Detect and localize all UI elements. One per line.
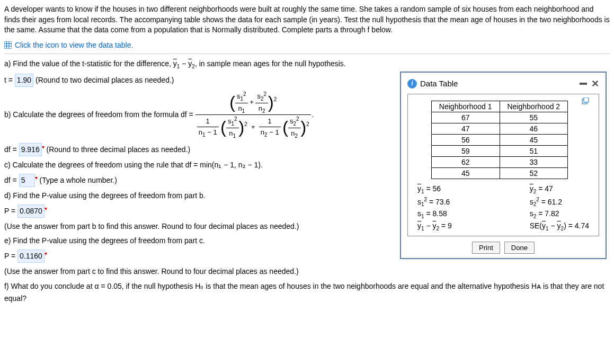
minimize-icon[interactable] [580, 83, 587, 85]
df-formula: (s12n1 + s22n2)2 1n1 − 1 (s12n1)2 + 1n2 … [195, 90, 314, 140]
table-header: Neighborhood 2 [500, 101, 568, 112]
table-icon [4, 41, 12, 49]
stat-value: SE(y1 − y2) = 4.74 [530, 221, 589, 232]
df-b-input[interactable]: 9.916 [19, 143, 42, 156]
stat-value: s1 = 8.58 [417, 209, 452, 219]
part-e-prompt: e) Find the P-value using the degrees of… [4, 235, 396, 246]
part-a-answer-line: t = 1.90 (Round to two decimal places as… [4, 74, 396, 87]
table-row: 6233 [431, 156, 567, 167]
stat-value: y1 − y2 = 9 [417, 221, 452, 232]
df-c-input[interactable]: 5 [19, 174, 35, 187]
part-e-note: (Use the answer from part c to find this… [4, 266, 610, 277]
view-data-label: Click the icon to view the data table. [15, 41, 133, 49]
part-d-answer-line: P = 0.0870▾ [4, 205, 396, 218]
stat-value: s12 = 73.6 [417, 197, 452, 207]
table-row: 4552 [431, 167, 567, 179]
dialog-title: Data Table [420, 79, 458, 88]
problem-intro: A developer wants to know if the houses … [4, 4, 610, 35]
table-header: Neighborhood 1 [431, 101, 500, 112]
view-data-link[interactable]: Click the icon to view the data table. [4, 41, 610, 49]
part-b-answer-line: df = 9.916▾ (Round to three decimal plac… [4, 143, 396, 156]
part-a-prompt: a) Find the value of the t-statistic for… [4, 58, 396, 70]
table-row: 4746 [431, 123, 567, 134]
data-table: Neighborhood 1 Neighborhood 2 6755 4746 … [431, 101, 568, 179]
p-d-input[interactable]: 0.0870 [17, 205, 45, 218]
table-row: 6755 [431, 112, 567, 123]
validation-mark-icon: ▾ [42, 144, 45, 150]
table-row: 5645 [431, 134, 567, 145]
data-table-dialog: i Data Table ✕ Neighborhood 1 Neighborho… [400, 72, 607, 259]
stat-value: s2 = 7.82 [530, 209, 589, 219]
part-c-prompt: c) Calculate the degrees of freedom usin… [4, 159, 396, 171]
popout-icon[interactable] [582, 97, 589, 105]
svg-rect-6 [584, 97, 589, 102]
part-d-note: (Use the answer from part b to find this… [4, 221, 396, 232]
done-button[interactable]: Done [504, 242, 535, 254]
validation-mark-icon: ▾ [45, 206, 47, 211]
stat-value: y1 = 56 [417, 184, 452, 194]
close-icon[interactable]: ✕ [591, 78, 599, 90]
stat-value: y2 = 47 [530, 184, 589, 194]
svg-rect-0 [4, 41, 12, 49]
validation-mark-icon: ▾ [35, 175, 38, 181]
part-d-prompt: d) Find the P-value using the degrees of… [4, 190, 396, 201]
t-value-input[interactable]: 1.90 [15, 74, 33, 87]
stats-summary: y1 = 56 s12 = 73.6 s1 = 8.58 y1 − y2 = 9… [417, 184, 589, 232]
validation-mark-icon: ▾ [45, 251, 47, 256]
info-icon: i [407, 79, 417, 88]
table-row: 5951 [431, 145, 567, 156]
part-b-prompt: b) Calculate the degrees of freedom from… [4, 90, 396, 140]
part-f-prompt: f) What do you conclude at α = 0.05, if … [4, 280, 610, 306]
part-c-answer-line: df = 5▾ (Type a whole number.) [4, 174, 396, 187]
stat-value: s22 = 61.2 [530, 197, 589, 207]
p-e-input[interactable]: 0.1160 [17, 250, 45, 263]
print-button[interactable]: Print [472, 242, 500, 254]
